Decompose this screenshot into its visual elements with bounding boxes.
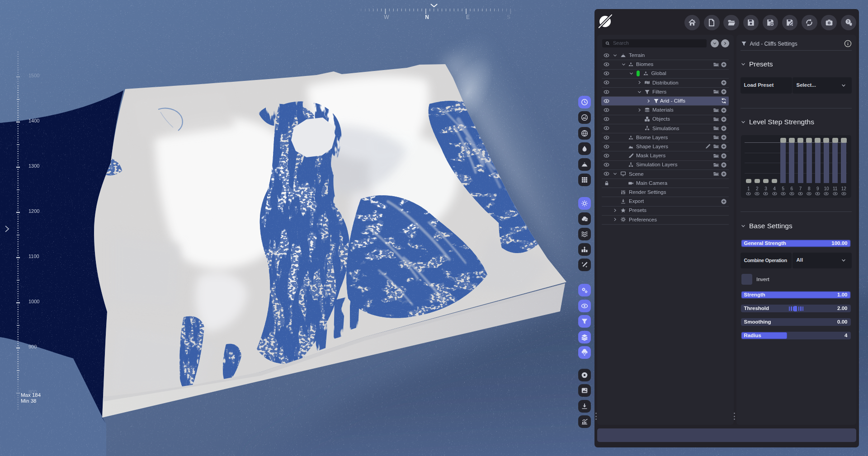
svg-text:1400: 1400 [28, 118, 39, 123]
svg-text:900: 900 [28, 344, 37, 349]
svg-text:N: N [425, 14, 429, 20]
svg-text:W: W [384, 14, 389, 20]
svg-text:1300: 1300 [28, 163, 39, 169]
svg-text:Max 184: Max 184 [21, 392, 41, 398]
svg-text:1100: 1100 [28, 254, 39, 259]
svg-text:E: E [466, 14, 470, 20]
svg-text:?: ? [847, 19, 849, 24]
svg-text:Min 38: Min 38 [21, 398, 37, 404]
svg-text:1200: 1200 [28, 208, 39, 214]
svg-text:S: S [507, 14, 510, 20]
svg-text:1500: 1500 [28, 73, 39, 78]
svg-text:1000: 1000 [28, 299, 39, 304]
